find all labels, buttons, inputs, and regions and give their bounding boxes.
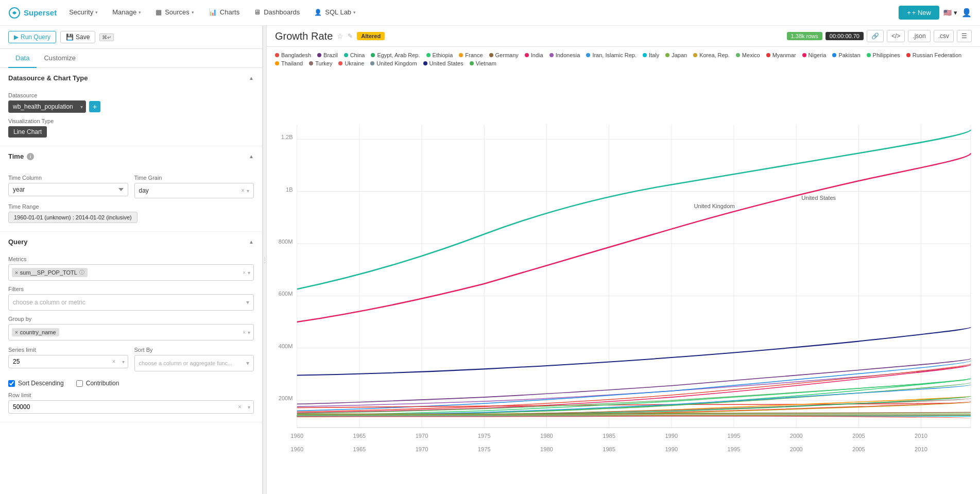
time-column-label: Time Column — [8, 175, 128, 181]
tab-data[interactable]: Data — [8, 49, 37, 68]
clear-icon[interactable]: × — [235, 403, 245, 411]
nav-dashboards[interactable]: 🖥 Dashboards — [248, 0, 306, 26]
clear-icon[interactable]: × — [243, 330, 246, 335]
legend-label: India — [531, 52, 543, 58]
time-range-label: Time Range — [8, 203, 254, 210]
legend-label: Brazil — [323, 52, 338, 58]
time-column-row: Time Column year Time Grain day — [8, 173, 254, 198]
row-limit-input[interactable]: 50000 — [9, 401, 235, 413]
legend-label: Iran, Islamic Rep. — [592, 52, 637, 58]
code-button[interactable]: </> — [887, 30, 905, 42]
tag-x[interactable]: × — [15, 270, 18, 276]
legend-dot — [525, 53, 529, 57]
group-by-control[interactable]: × country_name × ▾ — [8, 324, 254, 340]
section-query-header[interactable]: Query ▲ — [0, 232, 262, 252]
sort-descending-checkbox[interactable] — [8, 380, 15, 387]
keyboard-shortcut: ⌘↵ — [99, 33, 114, 41]
legend-dot — [867, 53, 871, 57]
add-datasource-button[interactable]: + — [89, 101, 100, 112]
time-grain-select[interactable]: day × ▾ — [134, 183, 254, 198]
legend-item: Myanmar — [766, 52, 796, 58]
row-limit-control[interactable]: 50000 × ▾ — [8, 400, 254, 414]
time-range-button[interactable]: 1960-01-01 (unknown) : 2014-01-02 (inclu… — [8, 212, 137, 223]
svg-text:1965: 1965 — [353, 433, 366, 439]
legend-dot — [275, 61, 279, 65]
datasource-select[interactable]: wb_health_population — [8, 100, 86, 113]
star-icon[interactable]: ☆ — [337, 32, 343, 40]
save-button[interactable]: 💾 Save — [60, 31, 95, 43]
legend-dot — [470, 61, 474, 65]
sort-by-control[interactable]: choose a column or aggregate func... ▾ — [134, 355, 254, 371]
chevron-down-icon: ▾ — [954, 9, 957, 16]
clear-icon[interactable]: × — [109, 358, 118, 365]
legend-item: Ukraine — [338, 60, 364, 66]
legend-item: Turkey — [309, 60, 332, 66]
legend-dot — [693, 53, 697, 57]
nav-charts[interactable]: 📊 Charts — [202, 0, 246, 26]
series-limit-input[interactable]: 25 — [9, 355, 109, 368]
viz-type-label: Visualization Type — [8, 118, 254, 124]
legend-item: Philippines — [867, 52, 900, 58]
nav-sqllab[interactable]: 👤 SQL Lab ▾ — [308, 0, 362, 26]
info-icon: i — [27, 153, 34, 160]
chevron-down-icon[interactable]: ▾ — [248, 270, 250, 276]
tag-x[interactable]: × — [15, 330, 18, 335]
filters-label: Filters — [8, 286, 254, 292]
collapse-icon: ▲ — [249, 75, 254, 81]
user-menu[interactable]: 👤 — [961, 8, 972, 18]
chevron-down-icon: ▾ — [353, 10, 356, 15]
legend-label: Pakistan — [838, 52, 860, 58]
tab-customize[interactable]: Customize — [37, 49, 82, 68]
run-query-button[interactable]: ▶ Run Query — [8, 31, 56, 43]
time-column-select[interactable]: year — [8, 183, 128, 196]
nav-sources[interactable]: ▦ Sources ▾ — [149, 0, 200, 26]
legend-item: Pakistan — [832, 52, 860, 58]
chevron-down-icon[interactable]: ▾ — [248, 330, 250, 335]
chevron-down-icon: ▾ — [247, 188, 249, 194]
legend-label: Germany — [495, 52, 519, 58]
link-button[interactable]: 🔗 — [867, 30, 884, 42]
contribution-checkbox[interactable] — [76, 380, 83, 387]
csv-button[interactable]: .csv — [934, 30, 954, 42]
legend-dot — [766, 53, 770, 57]
filters-control[interactable]: choose a column or metric ▾ — [8, 294, 254, 311]
clear-icon[interactable]: × — [241, 187, 245, 194]
chevron-down-icon: ▾ — [192, 10, 194, 15]
menu-button[interactable]: ☰ — [957, 30, 972, 42]
main-layout: ▶ Run Query 💾 Save ⌘↵ Data Customize Dat… — [0, 26, 980, 494]
sort-by-col: Sort By choose a column or aggregate fun… — [134, 345, 254, 371]
brand[interactable]: Superset — [8, 7, 57, 19]
language-selector[interactable]: 🇺🇸 ▾ — [943, 9, 957, 16]
info-icon[interactable]: ⓘ — [79, 269, 84, 276]
nav-security[interactable]: Security ▾ — [63, 0, 104, 26]
viz-type-button[interactable]: Line Chart — [8, 126, 47, 138]
svg-text:1B: 1B — [286, 186, 293, 193]
legend-item: Vietnam — [470, 60, 496, 66]
legend-item: United States — [423, 60, 463, 66]
svg-text:1975: 1975 — [478, 446, 491, 452]
chevron-down-icon: ▾ — [245, 404, 253, 410]
svg-text:800M: 800M — [279, 239, 293, 245]
legend-label: Vietnam — [476, 60, 496, 66]
json-button[interactable]: .json — [908, 30, 930, 42]
svg-text:2000: 2000 — [790, 446, 803, 452]
legend-item: Korea, Rep. — [693, 52, 730, 58]
metrics-control[interactable]: × sum__SP_POP_TOTL ⓘ × ▾ — [8, 264, 254, 281]
edit-icon[interactable]: ✎ — [348, 32, 353, 40]
svg-text:United States: United States — [801, 195, 836, 201]
superset-logo — [8, 7, 21, 19]
new-button[interactable]: + + New — [899, 6, 939, 20]
time-column-col: Time Column year — [8, 173, 128, 198]
clear-icon[interactable]: × — [243, 270, 246, 276]
series-limit-control[interactable]: 25 × ▾ — [8, 355, 128, 368]
section-datasource-header[interactable]: Datasource & Chart Type ▲ — [0, 68, 262, 88]
svg-text:2005: 2005 — [852, 433, 865, 439]
legend-dot — [586, 53, 590, 57]
section-time-header[interactable]: Time i ▲ — [0, 146, 262, 166]
nav-manage[interactable]: Manage ▾ — [106, 0, 147, 26]
svg-text:200M: 200M — [279, 395, 293, 401]
legend-dot — [275, 53, 279, 57]
contribution-label: Contribution — [86, 380, 119, 387]
legend-dot — [736, 53, 740, 57]
resize-handle[interactable] — [263, 26, 267, 494]
